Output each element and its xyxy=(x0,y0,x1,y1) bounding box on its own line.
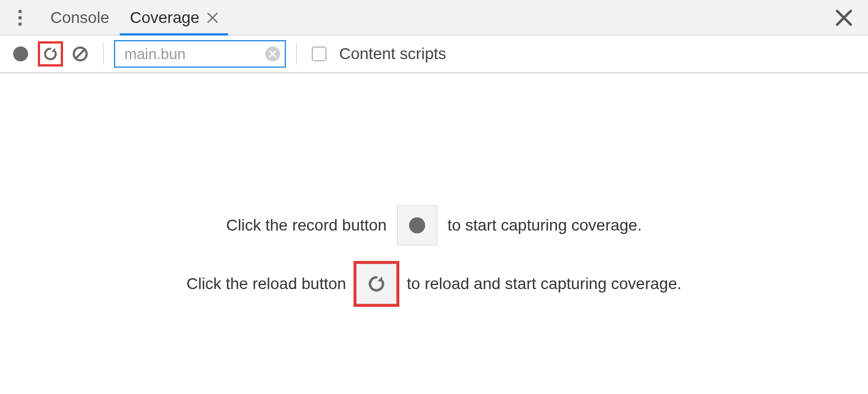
record-button[interactable] xyxy=(8,41,33,67)
hint-reload-post: to reload and start capturing coverage. xyxy=(407,275,681,293)
tab-coverage[interactable]: Coverage xyxy=(120,0,228,35)
reload-button[interactable] xyxy=(38,41,63,67)
svg-line-4 xyxy=(76,50,85,58)
hint-reload: Click the reload button to reload and st… xyxy=(186,264,681,304)
toolbar-divider-2 xyxy=(296,43,297,65)
content-scripts-label: Content scripts xyxy=(339,45,446,63)
drawer-menu-kebab-icon[interactable] xyxy=(0,0,40,35)
hint-reload-pre: Click the reload button xyxy=(186,275,346,293)
content-scripts-checkbox[interactable] xyxy=(312,46,327,61)
tab-console-label: Console xyxy=(50,9,109,27)
svg-point-0 xyxy=(18,10,22,13)
reload-icon xyxy=(42,46,58,62)
url-filter-input[interactable] xyxy=(123,45,260,64)
hint-record-post: to start capturing coverage. xyxy=(447,216,642,235)
hint-record-button[interactable] xyxy=(397,205,437,245)
record-icon xyxy=(409,217,425,233)
url-filter-clear-icon[interactable] xyxy=(265,46,280,61)
toolbar-divider xyxy=(103,43,104,65)
svg-point-1 xyxy=(18,16,22,19)
tab-console[interactable]: Console xyxy=(40,0,120,35)
ban-icon xyxy=(72,45,89,63)
hint-reload-button[interactable] xyxy=(356,264,396,304)
coverage-empty-state: Click the record button to start capturi… xyxy=(0,73,868,394)
drawer-close-icon[interactable] xyxy=(827,0,861,35)
svg-point-2 xyxy=(18,22,22,26)
reload-icon xyxy=(367,274,386,294)
drawer-tabbar: Console Coverage xyxy=(0,0,868,36)
tab-coverage-close-icon[interactable] xyxy=(207,13,218,23)
clear-button[interactable] xyxy=(68,41,93,67)
url-filter-wrap xyxy=(114,40,286,68)
hint-record: Click the record button to start capturi… xyxy=(226,205,642,245)
tab-coverage-label: Coverage xyxy=(130,9,199,27)
record-icon xyxy=(13,46,28,61)
hint-record-pre: Click the record button xyxy=(226,216,387,235)
coverage-toolbar: Content scripts xyxy=(0,36,868,73)
